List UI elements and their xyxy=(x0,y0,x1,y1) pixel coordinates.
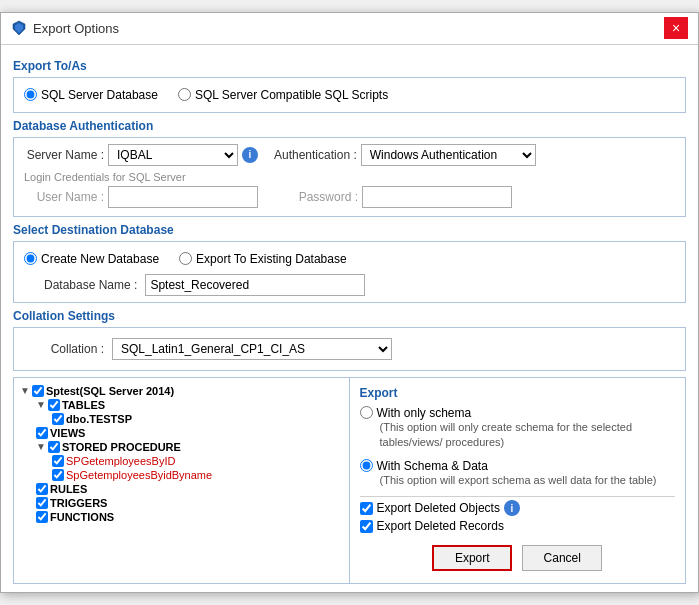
sp1-checkbox[interactable] xyxy=(52,455,64,467)
close-button[interactable]: × xyxy=(664,17,688,39)
username-label: User Name : xyxy=(24,190,104,204)
password-field-group: Password : xyxy=(278,186,512,208)
export-existing-radio[interactable] xyxy=(179,252,192,265)
login-creds-label: Login Credentials for SQL Server xyxy=(24,171,186,183)
server-name-label: Server Name : xyxy=(24,148,104,162)
expand-root-icon: ▼ xyxy=(20,385,30,396)
dest-db-label: Select Destination Database xyxy=(13,223,686,237)
sql-scripts-option[interactable]: SQL Server Compatible SQL Scripts xyxy=(178,88,388,102)
export-deleted-objects-checkbox[interactable] xyxy=(360,502,373,515)
sp2-checkbox[interactable] xyxy=(52,469,64,481)
title-bar-left: Export Options xyxy=(11,20,119,36)
export-options-dialog: Export Options × Export To/As SQL Server… xyxy=(0,12,699,593)
export-existing-option[interactable]: Export To Existing Database xyxy=(179,252,347,266)
sp2-label: SpGetemployeesByidByname xyxy=(66,469,212,481)
dialog-content: Export To/As SQL Server Database SQL Ser… xyxy=(1,45,698,592)
db-name-row: Database Name : xyxy=(24,274,675,296)
db-auth-label: Database Authentication xyxy=(13,119,686,133)
export-deleted-objects-label: Export Deleted Objects xyxy=(377,501,500,515)
stored-proc-label: STORED PROCEDURE xyxy=(62,441,181,453)
server-row: Server Name : IQBAL i Authentication : W… xyxy=(24,144,675,166)
views-checkbox[interactable] xyxy=(36,427,48,439)
stored-proc-checkbox[interactable] xyxy=(48,441,60,453)
collation-label: Collation Settings xyxy=(13,309,686,323)
create-new-option[interactable]: Create New Database xyxy=(24,252,159,266)
tree-children-sp: SPGetemployeesByID SpGetemployeesByidByn… xyxy=(36,454,343,482)
export-deleted-records-row[interactable]: Export Deleted Records xyxy=(360,519,676,533)
server-name-select[interactable]: IQBAL xyxy=(108,144,238,166)
dest-db-radio-row: Create New Database Export To Existing D… xyxy=(24,248,675,270)
sp2-node[interactable]: SpGetemployeesByidByname xyxy=(52,468,343,482)
export-panel: Export With only schema (This option wil… xyxy=(350,378,686,583)
collation-row: Collation : SQL_Latin1_General_CP1_CI_AS… xyxy=(24,334,675,364)
export-deleted-objects-row[interactable]: Export Deleted Objects i xyxy=(360,500,676,516)
sql-server-db-label: SQL Server Database xyxy=(41,88,158,102)
rules-label: RULES xyxy=(50,483,87,495)
server-info-icon[interactable]: i xyxy=(242,147,258,163)
views-label: VIEWS xyxy=(50,427,85,439)
db-name-field-label: Database Name : xyxy=(44,278,137,292)
triggers-checkbox[interactable] xyxy=(36,497,48,509)
functions-label: FUNCTIONS xyxy=(50,511,114,523)
bottom-section: ▼ Sptest(SQL Server 2014) ▼ TABLES dbo xyxy=(13,377,686,584)
auth-select[interactable]: Windows Authentication SQL Server Authen… xyxy=(361,144,536,166)
sp1-node[interactable]: SPGetemployeesByID xyxy=(52,454,343,468)
schema-data-desc: (This option will export schema as well … xyxy=(380,473,676,488)
table1-node[interactable]: dbo.TESTSP xyxy=(52,412,343,426)
rules-node[interactable]: RULES xyxy=(36,482,343,496)
tables-node[interactable]: ▼ TABLES xyxy=(36,398,343,412)
username-field-group: User Name : xyxy=(24,186,258,208)
schema-only-radio-item[interactable]: With only schema xyxy=(360,406,676,420)
root-checkbox[interactable] xyxy=(32,385,44,397)
title-bar: Export Options × xyxy=(1,13,698,45)
schema-data-option: With Schema & Data (This option will exp… xyxy=(360,459,676,488)
server-right: Authentication : Windows Authentication … xyxy=(274,144,536,166)
export-existing-label: Export To Existing Database xyxy=(196,252,347,266)
collation-section: Collation : SQL_Latin1_General_CP1_CI_AS… xyxy=(13,327,686,371)
tree-root[interactable]: ▼ Sptest(SQL Server 2014) xyxy=(20,384,343,398)
tables-checkbox[interactable] xyxy=(48,399,60,411)
collation-select[interactable]: SQL_Latin1_General_CP1_CI_AS Latin1_Gene… xyxy=(112,338,392,360)
cancel-button[interactable]: Cancel xyxy=(522,545,602,571)
create-new-label: Create New Database xyxy=(41,252,159,266)
schema-data-radio-item[interactable]: With Schema & Data xyxy=(360,459,676,473)
views-node[interactable]: VIEWS xyxy=(36,426,343,440)
export-button[interactable]: Export xyxy=(432,545,512,571)
sp1-label: SPGetemployeesByID xyxy=(66,455,175,467)
schema-only-radio[interactable] xyxy=(360,406,373,419)
schema-data-radio[interactable] xyxy=(360,459,373,472)
export-to-section: SQL Server Database SQL Server Compatibl… xyxy=(13,77,686,113)
triggers-node[interactable]: TRIGGERS xyxy=(36,496,343,510)
sql-scripts-radio[interactable] xyxy=(178,88,191,101)
db-name-input[interactable] xyxy=(145,274,365,296)
button-row: Export Cancel xyxy=(360,541,676,575)
dialog-title: Export Options xyxy=(33,21,119,36)
schema-data-label: With Schema & Data xyxy=(377,459,488,473)
functions-node[interactable]: FUNCTIONS xyxy=(36,510,343,524)
export-deleted-records-checkbox[interactable] xyxy=(360,520,373,533)
export-panel-label: Export xyxy=(360,386,676,400)
password-input[interactable] xyxy=(362,186,512,208)
create-new-radio[interactable] xyxy=(24,252,37,265)
expand-sp-icon: ▼ xyxy=(36,441,46,452)
server-left: Server Name : IQBAL i xyxy=(24,144,258,166)
stored-proc-node[interactable]: ▼ STORED PROCEDURE xyxy=(36,440,343,454)
sql-scripts-label: SQL Server Compatible SQL Scripts xyxy=(195,88,388,102)
sql-server-db-radio[interactable] xyxy=(24,88,37,101)
login-creds-section: Login Credentials for SQL Server User Na… xyxy=(24,170,675,208)
collation-field-label: Collation : xyxy=(24,342,104,356)
deleted-objects-info-icon[interactable]: i xyxy=(504,500,520,516)
login-fields-row: User Name : Password : xyxy=(24,186,675,208)
export-type-row: SQL Server Database SQL Server Compatibl… xyxy=(24,84,675,106)
functions-checkbox[interactable] xyxy=(36,511,48,523)
schema-only-label: With only schema xyxy=(377,406,472,420)
table1-checkbox[interactable] xyxy=(52,413,64,425)
password-label: Password : xyxy=(278,190,358,204)
rules-checkbox[interactable] xyxy=(36,483,48,495)
schema-only-option: With only schema (This option will only … xyxy=(360,406,676,451)
dest-db-section: Create New Database Export To Existing D… xyxy=(13,241,686,303)
tree-panel: ▼ Sptest(SQL Server 2014) ▼ TABLES dbo xyxy=(14,378,350,583)
username-input[interactable] xyxy=(108,186,258,208)
sql-server-db-option[interactable]: SQL Server Database xyxy=(24,88,158,102)
export-deleted-records-label: Export Deleted Records xyxy=(377,519,504,533)
